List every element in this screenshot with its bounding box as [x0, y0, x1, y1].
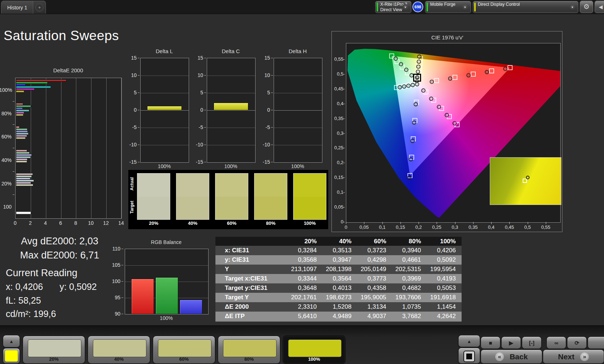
delta-bar [214, 103, 248, 110]
pattern-swatch [158, 339, 211, 357]
current-cdm2: cd/m²: 199,6 [6, 309, 56, 319]
measured-marker-cyan [415, 82, 419, 86]
axis-tick [546, 222, 546, 224]
measured-marker-blue [412, 121, 416, 124]
loop-button[interactable]: ⟳ [567, 337, 587, 349]
axis-tick [13, 124, 14, 125]
axis-tick-label: 5 [194, 90, 203, 95]
measured-marker-red [430, 80, 434, 83]
table-column-header: 60% [357, 237, 392, 246]
display-control-dropdown[interactable]: Direct Display Control ▼ [473, 1, 578, 13]
next-label: Next [558, 352, 575, 361]
collapse-panel-button[interactable]: ◀ [595, 1, 604, 13]
measured-marker-green [394, 57, 398, 60]
axis-tick [204, 110, 206, 110]
axis-tick-label: -15 [127, 159, 137, 165]
pattern-button-100%[interactable]: 100% [283, 336, 345, 364]
deltae-bar [16, 137, 26, 139]
chevron-down-icon[interactable]: ▼ [569, 4, 576, 11]
axis-tick-label: 0,1 [332, 189, 343, 195]
back-label: Back [510, 352, 528, 361]
delta-c-xlabel: 100% [207, 163, 255, 169]
axis-tick-label: 15 [194, 55, 203, 61]
table-cell: 0,3947 [322, 255, 357, 265]
axis-tick-label: -15 [194, 159, 203, 165]
axis-tick-label: 60% [0, 134, 12, 140]
table-cell: 0,3344 [288, 274, 322, 283]
axis-tick-label: 0,1 [376, 224, 389, 230]
swatch-20% [137, 173, 170, 220]
axis-tick-label: 0,55 [540, 224, 552, 230]
table-cell: 5,6410 [288, 312, 322, 321]
axis-tick [138, 127, 140, 128]
source-dropdown[interactable]: Mobile Forge ▼ [425, 1, 471, 13]
axis-tick-label: 0,3 [332, 130, 343, 136]
axis-tick [13, 171, 14, 172]
meter-status-accent [377, 3, 378, 12]
meter-dropdown[interactable]: X-Rite i1Pro 3 Direct View ▼ [375, 1, 411, 13]
pattern-popup-button[interactable]: ▲ [3, 335, 20, 347]
table-row: Target Y202,1761198,6273195,9005193,7606… [215, 293, 462, 302]
extra-button[interactable] [588, 337, 604, 349]
chevron-down-icon[interactable]: ▼ [462, 4, 468, 11]
axis-tick [121, 265, 123, 265]
pattern-button-60%[interactable]: 60% [153, 336, 215, 364]
axis-tick [13, 148, 14, 148]
pattern-button-40%[interactable]: 40% [88, 336, 150, 364]
current-y: y: 0,5092 [60, 282, 97, 292]
target-marker-red [453, 75, 457, 80]
chevron-down-icon[interactable]: ▼ [402, 4, 409, 11]
axis-tick-label: -5 [127, 124, 137, 130]
table-cell: 198,6273 [322, 293, 357, 302]
pattern-swatch [223, 339, 277, 357]
play-button[interactable]: ▶ [501, 337, 521, 349]
next-chevron-icon: » [580, 352, 589, 361]
actual-swatch [176, 174, 209, 197]
display-name: Direct Display Control [478, 2, 520, 7]
rgb-bar-green [155, 277, 178, 314]
single-measure-button[interactable]: [-] [522, 337, 541, 349]
pattern-button-80%[interactable]: 80% [218, 336, 280, 364]
swatch-60% [215, 173, 248, 220]
deltae-bar [16, 90, 24, 93]
grid-line [76, 78, 76, 218]
settings-button[interactable]: ⚙ [580, 1, 593, 13]
axis-tick [343, 222, 345, 222]
current-pattern-color-button[interactable] [3, 348, 20, 364]
stop-button[interactable]: ■ [481, 337, 500, 349]
target-swatch [176, 197, 209, 220]
measured-marker-cyan [402, 85, 406, 88]
axis-tick-label: 0,5 [522, 224, 534, 230]
target-swatch [137, 197, 170, 220]
back-button[interactable]: « Back [481, 350, 542, 364]
tab-history-1[interactable]: History 1 [1, 1, 33, 14]
table-cell: 202,5315 [392, 265, 427, 274]
next-button[interactable]: Next » [543, 350, 604, 364]
axis-tick-label: 0,5 [332, 71, 343, 77]
axis-tick-label: 6 [57, 220, 64, 226]
axis-tick-label: 110 [109, 246, 120, 252]
axis-tick-label: -5 [194, 124, 203, 130]
target-marker-red [489, 69, 494, 73]
axis-tick-label: 105 [109, 262, 120, 268]
axis-tick [138, 75, 140, 76]
grid-line [46, 78, 46, 218]
measured-marker-blue [409, 158, 413, 161]
pattern-label: 40% [88, 356, 150, 362]
display-popup-button[interactable]: ▲ [458, 335, 480, 347]
window-pattern-button[interactable] [458, 348, 480, 364]
cie-1976-panel: CIE 1976 u'v' 00,050,10,150,20,250,30,35… [331, 31, 562, 232]
axis-tick-label: 0,25 [332, 145, 343, 150]
measured-marker-cyan [411, 83, 415, 87]
delta-c-chart-title: Delta C [200, 48, 262, 54]
delta-c-chart [207, 58, 256, 163]
plus-icon: + [35, 4, 43, 12]
measured-marker-red [485, 70, 489, 74]
delta-h-chart-title: Delta H [266, 48, 329, 54]
axis-tick-label: 0,25 [430, 224, 443, 230]
grid-line [274, 76, 322, 76]
swatch-40% [176, 173, 209, 220]
continuous-button[interactable]: ∞ [547, 337, 566, 349]
pattern-button-20%[interactable]: 20% [23, 336, 85, 364]
add-tab-button[interactable]: + [33, 1, 46, 14]
